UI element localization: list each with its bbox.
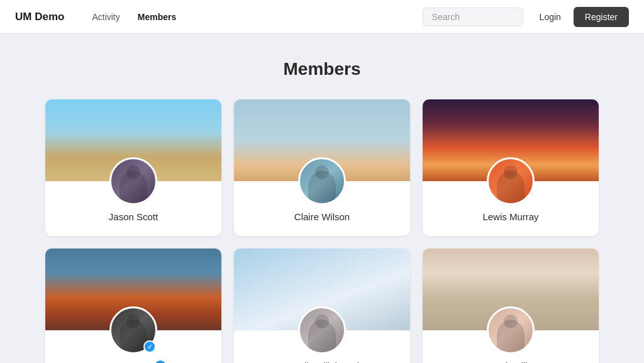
navbar: UM Demo Activity Members Login Register bbox=[0, 0, 644, 34]
member-name-jason-scott: Jason Scott bbox=[109, 211, 158, 222]
avatar-wrap-claire-wilson bbox=[298, 157, 346, 205]
avatar-claire-wilson bbox=[298, 157, 346, 205]
member-name-claire-wilson: Claire Wilson bbox=[294, 211, 350, 222]
avatar-jason-scott bbox=[109, 157, 157, 205]
verified-badge-peter-harris: ✓ bbox=[143, 340, 156, 353]
register-button[interactable]: Register bbox=[574, 7, 629, 27]
nav-link-members[interactable]: Members bbox=[130, 8, 184, 26]
login-button[interactable]: Login bbox=[533, 8, 567, 26]
member-name-sarah-miller: Sarah Miller bbox=[486, 360, 536, 363]
search-container bbox=[423, 8, 523, 26]
brand-logo[interactable]: UM Demo bbox=[15, 11, 64, 23]
avatar-wrap-lewis-murray bbox=[487, 157, 535, 205]
member-card-claire-wilson[interactable]: Claire Wilson bbox=[234, 99, 410, 236]
member-card-lewis-murray[interactable]: Lewis Murray bbox=[423, 99, 599, 236]
avatar-amelia-hillebrand bbox=[298, 306, 346, 354]
members-grid: Jason ScottClaire WilsonLewis Murray✓Pet… bbox=[45, 99, 599, 363]
avatar-lewis-murray bbox=[487, 157, 535, 205]
nav-auth: Login Register bbox=[533, 7, 629, 27]
member-card-amelia-hillebrand[interactable]: Amelia Hillebrand bbox=[234, 249, 410, 363]
search-input[interactable] bbox=[423, 8, 523, 26]
member-card-peter-harris[interactable]: ✓Peter Harris✓ bbox=[45, 249, 221, 363]
nav-link-activity[interactable]: Activity bbox=[84, 8, 127, 26]
member-card-sarah-miller[interactable]: Sarah Miller bbox=[423, 249, 599, 363]
member-name-amelia-hillebrand: Amelia Hillebrand bbox=[285, 360, 359, 363]
member-card-jason-scott[interactable]: Jason Scott bbox=[45, 99, 221, 236]
avatar-wrap-jason-scott bbox=[109, 157, 157, 205]
page-title: Members bbox=[45, 59, 599, 79]
avatar-wrap-peter-harris: ✓ bbox=[109, 306, 157, 354]
avatar-wrap-sarah-miller bbox=[487, 306, 535, 354]
verified-inline-icon-peter-harris: ✓ bbox=[155, 360, 166, 363]
main-content: Members Jason ScottClaire WilsonLewis Mu… bbox=[33, 34, 611, 363]
member-name-peter-harris: Peter Harris✓ bbox=[101, 360, 165, 363]
member-name-lewis-murray: Lewis Murray bbox=[482, 211, 538, 222]
avatar-wrap-amelia-hillebrand bbox=[298, 306, 346, 354]
nav-links: Activity Members bbox=[84, 8, 422, 26]
avatar-sarah-miller bbox=[487, 306, 535, 354]
